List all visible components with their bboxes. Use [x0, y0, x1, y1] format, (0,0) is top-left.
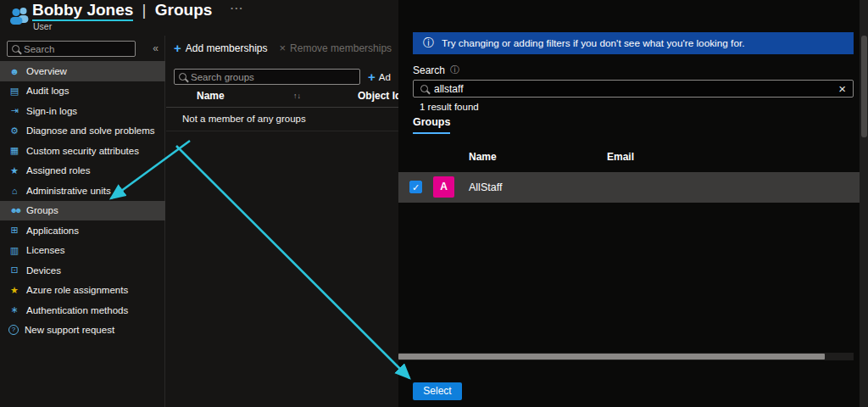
check-icon: ✓	[412, 182, 420, 192]
row-checkbox[interactable]: ✓	[409, 181, 422, 193]
search-groups-box[interactable]	[174, 69, 360, 85]
sidebar-item-label: Azure role assignments	[26, 285, 128, 295]
sidebar-item-groups[interactable]: ☻☻ Groups	[0, 201, 165, 221]
horizontal-scrollbar[interactable]	[398, 353, 854, 360]
sidebar-item-label: Licenses	[26, 245, 64, 255]
search-field-label: Search ⓘ	[413, 64, 459, 76]
table-row-divider	[166, 131, 398, 131]
tab-active-underline	[413, 132, 450, 134]
sidebar-search[interactable]	[7, 41, 136, 57]
administrative-units-icon: ⌂	[8, 186, 20, 196]
security-attributes-icon: ▦	[8, 145, 20, 156]
key-icon: ★	[8, 285, 20, 296]
sidebar: « ☻ Overview ▤ Audit logs ⇥ Sign-in logs…	[0, 36, 165, 407]
column-header-email[interactable]: Email	[607, 151, 634, 163]
add-memberships-button[interactable]: + Add memberships	[174, 42, 267, 54]
audit-logs-icon: ▤	[8, 86, 20, 97]
info-banner-text: Try changing or adding filters if you do…	[442, 37, 745, 49]
assigned-roles-icon: ★	[8, 165, 20, 176]
title-separator: |	[142, 1, 147, 19]
sidebar-item-audit-logs[interactable]: ▤ Audit logs	[0, 81, 165, 102]
search-icon	[12, 45, 19, 53]
table-header-divider	[166, 107, 398, 108]
column-header-name[interactable]: Name	[197, 90, 225, 102]
remove-memberships-button[interactable]: × Remove memberships	[279, 42, 392, 54]
title-section: Groups	[155, 1, 213, 19]
clear-search-icon[interactable]: ×	[838, 82, 846, 95]
sidebar-item-licenses[interactable]: ▥ Licenses	[0, 241, 165, 261]
search-icon	[420, 85, 428, 92]
info-icon: ⓘ	[423, 36, 434, 51]
sidebar-item-devices[interactable]: ⊡ Devices	[0, 260, 165, 281]
select-button[interactable]: Select	[413, 382, 462, 400]
select-groups-flyout: ⓘ Try changing or adding filters if you …	[398, 0, 860, 407]
sidebar-item-label: Applications	[26, 226, 79, 236]
flyout-search-input[interactable]	[434, 83, 832, 95]
sidebar-item-applications[interactable]: ⊞ Applications	[0, 220, 165, 241]
sidebar-item-label: Assigned roles	[26, 165, 90, 176]
group-avatar: A	[433, 176, 454, 198]
sidebar-item-label: Authentication methods	[26, 305, 128, 315]
info-banner: ⓘ Try changing or adding filters if you …	[413, 32, 854, 54]
sidebar-item-sign-in-logs[interactable]: ⇥ Sign-in logs	[0, 101, 165, 121]
sidebar-item-label: Audit logs	[26, 86, 70, 96]
sidebar-item-label: Custom security attributes	[26, 146, 139, 156]
vertical-scrollbar[interactable]	[860, 0, 868, 407]
column-header-name[interactable]: Name	[469, 151, 497, 163]
licenses-icon: ▥	[8, 245, 20, 256]
devices-icon: ⊡	[8, 265, 20, 276]
diagnose-gear-icon: ⚙	[8, 125, 20, 137]
sidebar-item-authentication-methods[interactable]: ∗ Authentication methods	[0, 300, 165, 321]
group-name: AllStaff	[469, 181, 502, 193]
info-icon: ⓘ	[450, 64, 459, 76]
collapse-sidebar-icon[interactable]: «	[153, 42, 159, 54]
group-memberships-main: + Add memberships × Remove memberships ↻…	[166, 36, 398, 407]
applications-grid-icon: ⊞	[8, 225, 20, 236]
empty-memberships-text: Not a member of any groups	[182, 114, 306, 124]
horizontal-scrollbar-thumb[interactable]	[398, 354, 825, 360]
tab-groups[interactable]: Groups	[413, 116, 450, 128]
sidebar-item-custom-security-attributes[interactable]: ▦ Custom security attributes	[0, 141, 165, 161]
page-title: Bobby Jones | Groups ···	[32, 1, 244, 20]
search-label-text: Search	[413, 64, 445, 76]
authentication-icon: ∗	[8, 304, 20, 315]
sidebar-item-new-support-request[interactable]: ? New support request	[0, 321, 165, 341]
search-icon	[179, 73, 186, 81]
remove-memberships-label: Remove memberships	[290, 42, 392, 54]
column-header-object-id[interactable]: Object Id	[358, 90, 398, 102]
sidebar-item-administrative-units[interactable]: ⌂ Administrative units	[0, 181, 165, 201]
add-memberships-label: Add memberships	[186, 42, 268, 54]
sign-in-logs-icon: ⇥	[8, 105, 20, 116]
sidebar-item-label: Groups	[26, 205, 58, 215]
sidebar-item-label: Administrative units	[26, 186, 111, 196]
sidebar-item-label: Overview	[26, 66, 67, 76]
sidebar-item-label: Sign-in logs	[26, 106, 77, 116]
person-icon: ☻	[8, 66, 20, 76]
add-filter-button[interactable]: + Ad	[368, 69, 391, 85]
sidebar-item-overview[interactable]: ☻ Overview	[0, 61, 165, 81]
azure-portal-page: { "header": { "name": "Bobby Jones", "se…	[0, 0, 868, 407]
sidebar-nav: ☻ Overview ▤ Audit logs ⇥ Sign-in logs ⚙…	[0, 61, 165, 340]
plus-icon: +	[174, 43, 181, 53]
sidebar-search-input[interactable]	[24, 44, 131, 54]
search-groups-input[interactable]	[191, 72, 355, 82]
user-name: Bobby Jones	[32, 1, 133, 21]
user-avatar-icon	[9, 6, 30, 25]
result-count: 1 result found	[420, 102, 479, 112]
people-icon: ☻☻	[8, 206, 20, 215]
plus-icon: +	[368, 72, 376, 82]
sidebar-item-assigned-roles[interactable]: ★ Assigned roles	[0, 161, 165, 181]
more-menu-icon[interactable]: ···	[231, 2, 244, 14]
sidebar-item-label: Diagnose and solve problems	[26, 125, 155, 136]
vertical-scrollbar-thumb[interactable]	[861, 36, 867, 137]
sidebar-item-azure-role-assignments[interactable]: ★ Azure role assignments	[0, 281, 165, 301]
flyout-search-box[interactable]: ×	[413, 80, 854, 98]
add-filter-label: Ad	[379, 72, 391, 82]
support-question-icon: ?	[8, 325, 19, 335]
sidebar-item-diagnose[interactable]: ⚙ Diagnose and solve problems	[0, 121, 165, 142]
user-type-label: User	[33, 21, 52, 31]
group-result-row[interactable]: ✓ A AllStaff	[398, 172, 860, 203]
sort-icon[interactable]: ↑↓	[293, 92, 301, 100]
sidebar-item-label: New support request	[25, 325, 114, 335]
remove-icon: ×	[279, 42, 286, 54]
